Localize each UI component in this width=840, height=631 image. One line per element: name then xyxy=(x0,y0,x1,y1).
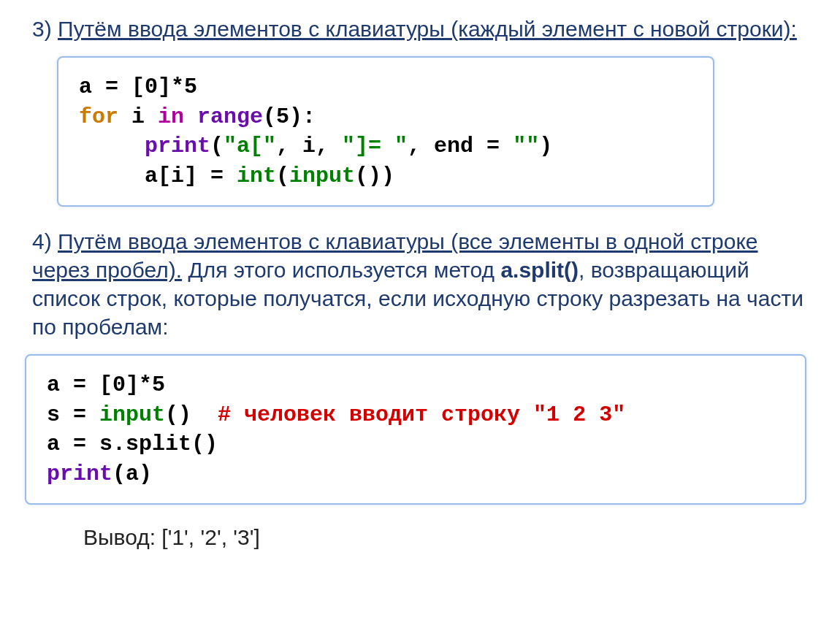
section4-number: 4) xyxy=(32,229,58,253)
codebox-1: a = [0]*5 for i in range(5): print("a[",… xyxy=(57,56,714,207)
section3-title: Путём ввода элементов с клавиатуры (кажд… xyxy=(58,17,797,41)
section4-heading: 4) Путём ввода элементов с клавиатуры (в… xyxy=(32,227,818,341)
page: 3) Путём ввода элементов с клавиатуры (к… xyxy=(0,0,840,565)
c1-l2-i: i xyxy=(118,104,158,129)
section3-heading: 3) Путём ввода элементов с клавиатуры (к… xyxy=(32,15,818,43)
c2-l4-print: print xyxy=(47,462,112,486)
c2-l4-args: (a) xyxy=(112,462,152,486)
c2-l1: a = [0]*5 xyxy=(47,372,165,397)
c2-l2-a: s = xyxy=(47,402,99,427)
c1-l3-print: print xyxy=(145,134,210,158)
c2-l2-input: input xyxy=(99,402,165,427)
c1-l4-op: ( xyxy=(276,164,289,188)
c1-l1: a = [0]*5 xyxy=(79,74,197,99)
c1-l2-for: for xyxy=(79,104,118,129)
c1-l4-cp: ()) xyxy=(355,164,394,188)
section4-method: a.split() xyxy=(500,258,579,282)
codebox-2: a = [0]*5 s = input() # человек вводит с… xyxy=(25,354,806,505)
c1-l3-m2: , end = xyxy=(408,134,513,158)
output-line: Вывод: ['1', '2', '3'] xyxy=(83,525,818,550)
c1-l3-s1: "a[" xyxy=(224,134,276,158)
c1-l3-s3: "" xyxy=(513,134,539,158)
section4-rest1: Для этого используется метод xyxy=(182,258,500,282)
c2-l2-comment: # человек вводит строку "1 2 3" xyxy=(218,402,625,427)
c2-l2-c: () xyxy=(165,402,218,427)
c1-l4-a: a[i] = xyxy=(79,164,237,188)
section3-number: 3) xyxy=(32,17,58,41)
c1-l3-m1: , i, xyxy=(276,134,342,158)
c1-l2-sp xyxy=(184,104,197,129)
c1-l3-indent xyxy=(79,134,145,158)
c1-l3-s2: "]= " xyxy=(342,134,408,158)
code-2: a = [0]*5 s = input() # человек вводит с… xyxy=(47,370,784,489)
c1-l4-int: int xyxy=(237,164,276,188)
c1-l2-args: (5): xyxy=(263,104,316,129)
c1-l2-in: in xyxy=(158,104,184,129)
c1-l3-cp: ) xyxy=(539,134,552,158)
c2-l3: a = s.split() xyxy=(47,432,218,456)
c1-l4-input: input xyxy=(289,164,355,188)
code-1: a = [0]*5 for i in range(5): print("a[",… xyxy=(79,72,692,191)
c1-l3-op: ( xyxy=(210,134,224,158)
c1-l2-range: range xyxy=(197,104,263,129)
